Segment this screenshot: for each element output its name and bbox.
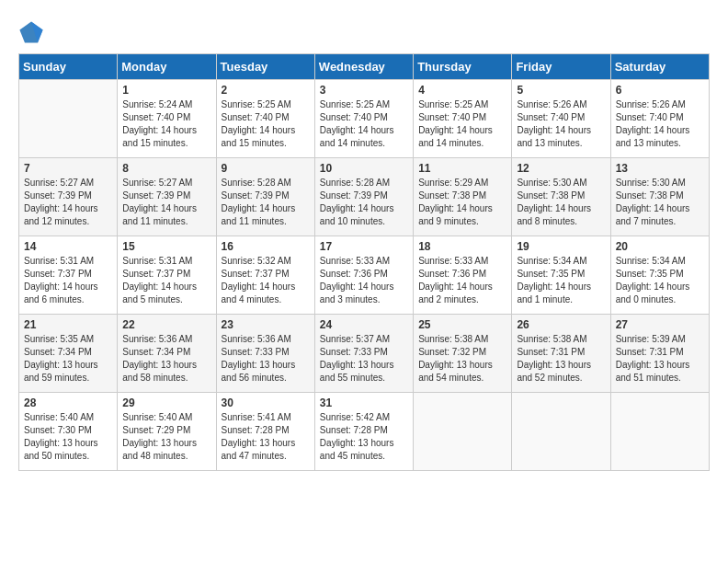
day-number: 10 [320,162,408,175]
day-number: 18 [418,240,506,253]
cell-info: Sunrise: 5:34 AMSunset: 7:35 PMDaylight:… [517,256,591,304]
header [18,18,710,44]
day-number: 7 [24,162,112,175]
calendar-cell: 7 Sunrise: 5:27 AMSunset: 7:39 PMDayligh… [19,158,118,236]
day-number: 16 [222,240,310,253]
cell-info: Sunrise: 5:40 AMSunset: 7:29 PMDaylight:… [122,412,197,461]
calendar-cell [19,80,118,158]
calendar-week-2: 7 Sunrise: 5:27 AMSunset: 7:39 PMDayligh… [19,158,710,236]
weekday-header-tuesday: Tuesday [216,54,314,80]
cell-info: Sunrise: 5:28 AMSunset: 7:39 PMDaylight:… [320,178,394,226]
day-number: 30 [222,396,310,409]
weekday-header-monday: Monday [118,54,216,80]
calendar-cell: 26 Sunrise: 5:38 AMSunset: 7:31 PMDaylig… [512,315,610,393]
calendar-week-1: 1 Sunrise: 5:24 AMSunset: 7:40 PMDayligh… [19,80,710,158]
day-number: 5 [517,84,605,97]
cell-info: Sunrise: 5:24 AMSunset: 7:40 PMDaylight:… [122,99,197,148]
calendar-cell: 14 Sunrise: 5:31 AMSunset: 7:37 PMDaylig… [19,236,118,315]
calendar-cell: 28 Sunrise: 5:40 AMSunset: 7:30 PMDaylig… [19,393,118,471]
day-number: 15 [122,240,210,253]
calendar-cell: 1 Sunrise: 5:24 AMSunset: 7:40 PMDayligh… [118,80,216,158]
weekday-header-row: SundayMondayTuesdayWednesdayThursdayFrid… [19,54,710,80]
day-number: 6 [616,84,704,97]
calendar-cell: 4 Sunrise: 5:25 AMSunset: 7:40 PMDayligh… [414,80,512,158]
day-number: 8 [122,162,210,175]
calendar-cell: 29 Sunrise: 5:40 AMSunset: 7:29 PMDaylig… [118,393,216,471]
cell-info: Sunrise: 5:28 AMSunset: 7:39 PMDaylight:… [222,178,296,226]
calendar-cell [610,393,709,471]
calendar-table: SundayMondayTuesdayWednesdayThursdayFrid… [18,53,710,471]
weekday-header-friday: Friday [512,54,610,80]
cell-info: Sunrise: 5:25 AMSunset: 7:40 PMDaylight:… [320,99,394,148]
calendar-cell: 17 Sunrise: 5:33 AMSunset: 7:36 PMDaylig… [314,236,413,315]
calendar-cell: 24 Sunrise: 5:37 AMSunset: 7:33 PMDaylig… [314,315,413,393]
cell-info: Sunrise: 5:31 AMSunset: 7:37 PMDaylight:… [122,256,197,304]
day-number: 12 [517,162,605,175]
calendar-cell: 31 Sunrise: 5:42 AMSunset: 7:28 PMDaylig… [314,393,413,471]
cell-info: Sunrise: 5:27 AMSunset: 7:39 PMDaylight:… [122,178,197,226]
calendar-cell: 8 Sunrise: 5:27 AMSunset: 7:39 PMDayligh… [118,158,216,236]
calendar-cell: 15 Sunrise: 5:31 AMSunset: 7:37 PMDaylig… [118,236,216,315]
calendar-cell: 30 Sunrise: 5:41 AMSunset: 7:28 PMDaylig… [216,393,314,471]
day-number: 28 [24,396,112,409]
day-number: 21 [24,318,112,331]
calendar-cell: 18 Sunrise: 5:33 AMSunset: 7:36 PMDaylig… [414,236,512,315]
cell-info: Sunrise: 5:37 AMSunset: 7:33 PMDaylight:… [320,334,394,383]
cell-info: Sunrise: 5:34 AMSunset: 7:35 PMDaylight:… [616,256,690,304]
calendar-cell: 19 Sunrise: 5:34 AMSunset: 7:35 PMDaylig… [512,236,610,315]
cell-info: Sunrise: 5:38 AMSunset: 7:32 PMDaylight:… [418,334,493,383]
cell-info: Sunrise: 5:40 AMSunset: 7:30 PMDaylight:… [24,412,98,461]
cell-info: Sunrise: 5:36 AMSunset: 7:34 PMDaylight:… [122,334,197,383]
cell-info: Sunrise: 5:33 AMSunset: 7:36 PMDaylight:… [418,256,493,304]
cell-info: Sunrise: 5:39 AMSunset: 7:31 PMDaylight:… [616,334,690,383]
calendar-week-5: 28 Sunrise: 5:40 AMSunset: 7:30 PMDaylig… [19,393,710,471]
weekday-header-saturday: Saturday [610,54,709,80]
day-number: 20 [616,240,704,253]
calendar-cell: 3 Sunrise: 5:25 AMSunset: 7:40 PMDayligh… [314,80,413,158]
cell-info: Sunrise: 5:31 AMSunset: 7:37 PMDaylight:… [24,256,98,304]
calendar-week-4: 21 Sunrise: 5:35 AMSunset: 7:34 PMDaylig… [19,315,710,393]
weekday-header-thursday: Thursday [414,54,512,80]
cell-info: Sunrise: 5:41 AMSunset: 7:28 PMDaylight:… [222,412,296,461]
cell-info: Sunrise: 5:38 AMSunset: 7:31 PMDaylight:… [517,334,591,383]
logo [18,18,48,44]
cell-info: Sunrise: 5:42 AMSunset: 7:28 PMDaylight:… [320,412,394,461]
day-number: 14 [24,240,112,253]
calendar-cell: 10 Sunrise: 5:28 AMSunset: 7:39 PMDaylig… [314,158,413,236]
calendar-cell: 20 Sunrise: 5:34 AMSunset: 7:35 PMDaylig… [610,236,709,315]
day-number: 27 [616,318,704,331]
calendar-cell: 13 Sunrise: 5:30 AMSunset: 7:38 PMDaylig… [610,158,709,236]
cell-info: Sunrise: 5:26 AMSunset: 7:40 PMDaylight:… [517,99,591,148]
day-number: 11 [418,162,506,175]
cell-info: Sunrise: 5:32 AMSunset: 7:37 PMDaylight:… [222,256,296,304]
calendar-cell: 9 Sunrise: 5:28 AMSunset: 7:39 PMDayligh… [216,158,314,236]
day-number: 23 [222,318,310,331]
weekday-header-wednesday: Wednesday [314,54,413,80]
day-number: 25 [418,318,506,331]
day-number: 13 [616,162,704,175]
calendar-body: 1 Sunrise: 5:24 AMSunset: 7:40 PMDayligh… [19,80,710,471]
calendar-cell: 25 Sunrise: 5:38 AMSunset: 7:32 PMDaylig… [414,315,512,393]
calendar-cell: 5 Sunrise: 5:26 AMSunset: 7:40 PMDayligh… [512,80,610,158]
calendar-cell: 2 Sunrise: 5:25 AMSunset: 7:40 PMDayligh… [216,80,314,158]
day-number: 22 [122,318,210,331]
day-number: 2 [222,84,310,97]
calendar-header: SundayMondayTuesdayWednesdayThursdayFrid… [19,54,710,80]
calendar-cell: 27 Sunrise: 5:39 AMSunset: 7:31 PMDaylig… [610,315,709,393]
calendar-cell: 6 Sunrise: 5:26 AMSunset: 7:40 PMDayligh… [610,80,709,158]
cell-info: Sunrise: 5:25 AMSunset: 7:40 PMDaylight:… [418,99,493,148]
cell-info: Sunrise: 5:36 AMSunset: 7:33 PMDaylight:… [222,334,296,383]
calendar-cell [512,393,610,471]
calendar-cell: 11 Sunrise: 5:29 AMSunset: 7:38 PMDaylig… [414,158,512,236]
day-number: 31 [320,396,408,409]
day-number: 24 [320,318,408,331]
logo-icon [18,18,44,44]
calendar-cell: 16 Sunrise: 5:32 AMSunset: 7:37 PMDaylig… [216,236,314,315]
day-number: 26 [517,318,605,331]
day-number: 29 [122,396,210,409]
day-number: 1 [122,84,210,97]
calendar-cell [414,393,512,471]
calendar-week-3: 14 Sunrise: 5:31 AMSunset: 7:37 PMDaylig… [19,236,710,315]
cell-info: Sunrise: 5:25 AMSunset: 7:40 PMDaylight:… [222,99,296,148]
day-number: 4 [418,84,506,97]
